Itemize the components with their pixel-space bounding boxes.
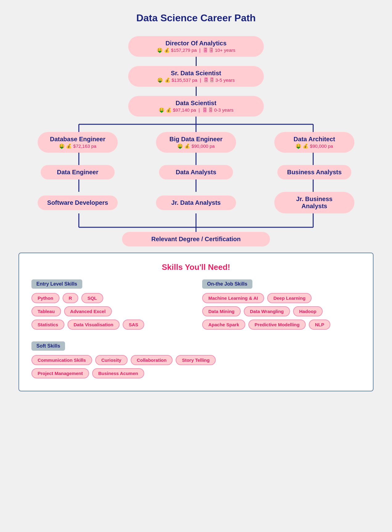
- tag-data-mining: Data Mining: [202, 306, 241, 316]
- soft-tags-row2: Project Management Business Acumen: [31, 368, 361, 378]
- salary-icon: 🤑: [157, 47, 163, 53]
- jr-business-analysts-node: Jr. Business Analysts: [274, 192, 354, 213]
- tag-nlp: NLP: [309, 320, 330, 330]
- big-data-engineer-node: Big Data Engineer 🤑 💰 $90,000 pa: [156, 132, 236, 153]
- data-analysts-node: Data Analysts: [159, 165, 233, 179]
- skills-box: Skills You'll Need! Entry Level Skills P…: [18, 253, 374, 391]
- tag-project-mgmt: Project Management: [31, 368, 89, 378]
- exp-icon: 🗄: [203, 47, 208, 53]
- on-job-tags-row1: Machine Learning & AI Deep Learning: [202, 293, 361, 303]
- tag-business-acumen: Business Acumen: [92, 368, 145, 378]
- tag-datavis: Data Visualisation: [67, 320, 120, 330]
- salary-icon3: 🤑: [159, 107, 165, 113]
- on-job-skills-label: On-the Job Skills: [202, 279, 252, 289]
- connector-row1: [18, 117, 374, 132]
- connector-row3: [18, 179, 374, 192]
- soft-tags-row1: Communication Skills Curiosity Collabora…: [31, 355, 361, 365]
- connector-svg2: [18, 153, 374, 165]
- tag-python: Python: [31, 293, 59, 303]
- tag-ml: Machine Learning & AI: [202, 293, 264, 303]
- entry-tags-row2: Tableau Advanced Excel: [31, 306, 190, 316]
- tag-collaboration: Collaboration: [131, 355, 173, 365]
- tag-hadoop: Hadoop: [293, 306, 323, 316]
- tag-deep-learning: Deep Learning: [267, 293, 312, 303]
- data-architect-node: Data Architect 🤑 💰 $90,000 pa: [274, 132, 354, 153]
- exp-icon2: 🗄: [204, 77, 208, 83]
- salary-icon2: 🤑: [157, 77, 163, 83]
- degree-node: Relevant Degree / Certification: [122, 232, 270, 246]
- tag-tableau: Tableau: [31, 306, 61, 316]
- career-diagram: Director Of Analytics 🤑 💰 $157,279 pa | …: [18, 36, 374, 246]
- data-engineer-node: Data Engineer: [41, 165, 115, 179]
- tag-sas: SAS: [123, 320, 145, 330]
- sr-data-scientist-node: Sr. Data Scientist 🤑 💰 $135,537 pa | 🗄 🗄…: [128, 66, 264, 87]
- skills-grid: Entry Level Skills Python R SQL Tableau …: [31, 279, 361, 333]
- tag-statistics: Statistics: [31, 320, 64, 330]
- connector-row2: [18, 153, 374, 165]
- entry-skills-label: Entry Level Skills: [31, 279, 82, 289]
- tag-sql: SQL: [81, 293, 103, 303]
- entry-tags-row3: Statistics Data Visualisation SAS: [31, 320, 190, 330]
- director-node: Director Of Analytics 🤑 💰 $157,279 pa | …: [128, 36, 264, 57]
- engineer-row: Database Engineer 🤑 💰 $72,163 pa Big Dat…: [18, 132, 374, 153]
- mid-row: Data Engineer Data Analysts Business Ana…: [18, 165, 374, 179]
- soft-skills-section: Soft Skills Communication Skills Curiosi…: [31, 341, 361, 378]
- degree-section: Relevant Degree / Certification: [18, 232, 374, 246]
- tag-curiosity: Curiosity: [95, 355, 128, 365]
- skills-title: Skills You'll Need!: [31, 262, 361, 272]
- entry-skills-col: Entry Level Skills Python R SQL Tableau …: [31, 279, 190, 333]
- connector-svg1: [18, 117, 374, 132]
- jr-data-analysts-node: Jr. Data Analysts: [156, 196, 236, 210]
- connector-row4: [18, 213, 374, 232]
- tag-storytelling: Story Telling: [176, 355, 216, 365]
- page-title: Data Science Career Path: [136, 12, 256, 24]
- tag-apache-spark: Apache Spark: [202, 320, 245, 330]
- software-developers-node: Software Developers: [38, 196, 118, 210]
- tag-r: R: [63, 293, 78, 303]
- connector-svg3: [18, 179, 374, 192]
- on-job-skills-col: On-the Job Skills Machine Learning & AI …: [202, 279, 361, 333]
- soft-skills-label: Soft Skills: [31, 341, 65, 351]
- database-engineer-node: Database Engineer 🤑 💰 $72,163 pa: [38, 132, 118, 153]
- business-analysts-node: Business Analysts: [277, 165, 351, 179]
- junior-row: Software Developers Jr. Data Analysts Jr…: [18, 192, 374, 213]
- exp-icon3: 🗄: [202, 107, 207, 113]
- connector-svg4: [18, 213, 374, 232]
- vline1: [196, 57, 197, 66]
- tag-pred-modelling: Predictive Modelling: [248, 320, 306, 330]
- entry-tags-row1: Python R SQL: [31, 293, 190, 303]
- tag-data-wrangling: Data Wrangling: [244, 306, 290, 316]
- on-job-tags-row3: Apache Spark Predictive Modelling NLP: [202, 320, 361, 330]
- on-job-tags-row2: Data Mining Data Wrangling Hadoop: [202, 306, 361, 316]
- vline2: [196, 87, 197, 96]
- data-scientist-node: Data Scientist 🤑 💰 $97,140 pa | 🗄 🗄 0-3 …: [128, 96, 264, 117]
- tag-communication: Communication Skills: [31, 355, 92, 365]
- tag-excel: Advanced Excel: [64, 306, 112, 316]
